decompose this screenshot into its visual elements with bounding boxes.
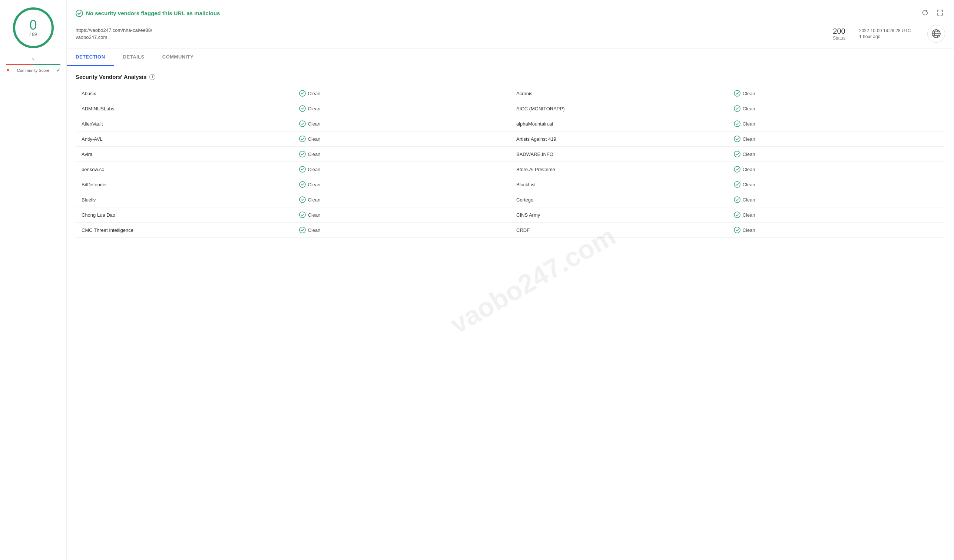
svg-point-6 xyxy=(299,90,306,96)
community-score-question: ? xyxy=(6,57,61,61)
vendor-right-status: Clean xyxy=(728,222,945,238)
timestamp: 2022-10-09 14:26:28 UTC xyxy=(859,28,918,33)
vendor-left-status: Clean xyxy=(293,177,511,192)
globe-icon-wrapper xyxy=(928,25,945,43)
clean-check-icon xyxy=(734,196,740,203)
vendor-left-status: Clean xyxy=(293,131,511,147)
clean-check-icon xyxy=(299,227,306,233)
vendor-right-name: BlockList xyxy=(510,177,728,192)
table-row: BitDefender Clean BlockList Cl xyxy=(76,177,945,192)
vendor-left-status: Clean xyxy=(293,207,511,222)
table-row: ADMINUSLabs Clean AICC (MONITORAPP) xyxy=(76,101,945,116)
vendor-right-name: AICC (MONITORAPP) xyxy=(510,101,728,116)
table-row: Avira Clean BADWARE.INFO Clean xyxy=(76,147,945,162)
vendor-left-name: ADMINUSLabs xyxy=(76,101,293,116)
community-score-bar xyxy=(6,64,61,65)
status-word: Status xyxy=(828,36,850,41)
svg-point-19 xyxy=(734,182,740,187)
svg-point-10 xyxy=(299,121,306,127)
vendor-left-status: Clean xyxy=(293,162,511,177)
vendor-right-name: Bfore.Ai PreCrime xyxy=(510,162,728,177)
tab-community[interactable]: COMMUNITY xyxy=(153,49,203,66)
vendors-table: Abusix Clean Acronis Clean xyxy=(76,86,945,238)
vendor-left-status: Clean xyxy=(293,222,511,238)
score-circle: 0 / 89 xyxy=(13,8,54,48)
url-text: https://vaobo247.com/nha-cai/ee88/ xyxy=(76,27,819,33)
vendor-left-name: Chong Lua Dao xyxy=(76,207,293,222)
vendor-right-status: Clean xyxy=(728,192,945,207)
vendor-right-status: Clean xyxy=(728,86,945,101)
globe-icon xyxy=(931,28,942,39)
svg-point-18 xyxy=(299,182,306,187)
clean-check-icon xyxy=(734,135,740,142)
tab-details[interactable]: DETAILS xyxy=(114,49,153,66)
svg-point-15 xyxy=(734,151,740,157)
svg-point-12 xyxy=(299,136,306,142)
svg-point-0 xyxy=(76,10,83,17)
clean-check-icon xyxy=(299,120,306,127)
score-number: 0 xyxy=(29,19,37,32)
clean-check-icon xyxy=(299,135,306,142)
check-circle-icon xyxy=(76,9,83,17)
tabs-row: DETECTION DETAILS COMMUNITY xyxy=(67,49,954,66)
tab-detection[interactable]: DETECTION xyxy=(67,49,114,66)
svg-point-22 xyxy=(299,212,306,218)
vendor-right-name: alphaMountain.ai xyxy=(510,116,728,131)
svg-point-14 xyxy=(299,151,306,157)
score-denominator: / 89 xyxy=(29,32,37,37)
table-row: benkow.cc Clean Bfore.Ai PreCrime xyxy=(76,162,945,177)
clean-check-icon xyxy=(734,120,740,127)
vendor-left-name: benkow.cc xyxy=(76,162,293,177)
clean-check-icon xyxy=(299,196,306,203)
main-content: No security vendors flagged this URL as … xyxy=(67,0,954,560)
vendor-left-name: Abusix xyxy=(76,86,293,101)
vendor-left-name: AlienVault xyxy=(76,116,293,131)
svg-point-17 xyxy=(734,166,740,172)
table-row: AlienVault Clean alphaMountain.ai xyxy=(76,116,945,131)
svg-point-13 xyxy=(734,136,740,142)
table-row: Chong Lua Dao Clean CINS Army xyxy=(76,207,945,222)
clean-check-icon xyxy=(734,105,740,112)
clean-check-icon xyxy=(734,166,740,173)
status-clean: No security vendors flagged this URL as … xyxy=(76,9,220,17)
header-actions xyxy=(920,8,945,19)
svg-point-16 xyxy=(299,166,306,172)
clean-check-icon xyxy=(734,212,740,218)
vendor-left-name: Avira xyxy=(76,147,293,162)
clean-check-icon xyxy=(299,151,306,157)
svg-point-24 xyxy=(299,227,306,233)
table-row: CMC Threat Intelligence Clean CRDF xyxy=(76,222,945,238)
vendor-right-name: Artists Against 419 xyxy=(510,131,728,147)
timestamp-section: 2022-10-09 14:26:28 UTC 1 hour ago xyxy=(859,28,918,39)
expand-button[interactable] xyxy=(935,8,945,19)
analysis-section: Security Vendors' Analysis i Abusix Clea… xyxy=(67,66,954,245)
refresh-button[interactable] xyxy=(920,8,930,19)
vendor-left-status: Clean xyxy=(293,101,511,116)
table-row: Abusix Clean Acronis Clean xyxy=(76,86,945,101)
svg-point-9 xyxy=(734,106,740,112)
vendor-right-status: Clean xyxy=(728,147,945,162)
page-container: 0 / 89 ? ✕ Community Score ✓ No xyxy=(0,0,954,560)
vendor-right-status: Clean xyxy=(728,101,945,116)
community-score-icons: ✕ Community Score ✓ xyxy=(6,67,61,73)
info-icon[interactable]: i xyxy=(150,74,155,80)
clean-check-icon xyxy=(299,166,306,173)
svg-point-20 xyxy=(299,197,306,202)
status-code-section: 200 Status xyxy=(828,27,850,41)
vendor-left-status: Clean xyxy=(293,116,511,131)
clean-check-icon xyxy=(734,181,740,188)
clean-check-icon xyxy=(734,90,740,96)
table-row: Antiy-AVL Clean Artists Against 419 xyxy=(76,131,945,147)
vendor-right-name: BADWARE.INFO xyxy=(510,147,728,162)
vendor-right-status: Clean xyxy=(728,207,945,222)
vendor-right-name: CRDF xyxy=(510,222,728,238)
clean-check-icon xyxy=(299,181,306,188)
vendor-left-status: Clean xyxy=(293,147,511,162)
expand-icon xyxy=(936,9,944,16)
vendor-left-name: Blueliv xyxy=(76,192,293,207)
clean-check-icon xyxy=(734,151,740,157)
community-score-section: ? ✕ Community Score ✓ xyxy=(6,57,61,73)
vendor-left-name: CMC Threat Intelligence xyxy=(76,222,293,238)
status-code: 200 xyxy=(828,27,850,36)
time-ago: 1 hour ago xyxy=(859,34,918,39)
